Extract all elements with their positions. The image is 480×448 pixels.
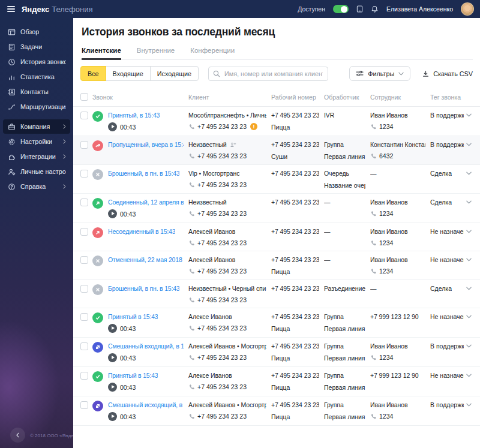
tag-value[interactable]: Сделка: [430, 285, 452, 292]
download-csv-button[interactable]: Скачать CSV: [422, 70, 473, 77]
chevron-down-icon[interactable]: [466, 230, 472, 233]
chevron-down-icon[interactable]: [466, 287, 472, 290]
chevron-down-icon[interactable]: [466, 172, 472, 175]
chevron-down-icon[interactable]: [466, 403, 472, 407]
availability-toggle[interactable]: [333, 5, 349, 13]
tag-value[interactable]: В поддержку: [430, 342, 464, 350]
sidebar-item-routing[interactable]: Маршрутизация: [3, 100, 70, 114]
segment-outgoing[interactable]: Исходящие: [150, 66, 199, 81]
sidebar-collapse-button[interactable]: [10, 428, 25, 443]
sidebar-item-call-history[interactable]: История звонков: [3, 55, 70, 69]
chevron-down-icon[interactable]: [466, 143, 472, 146]
segment-incoming[interactable]: Входящие: [106, 66, 151, 81]
tab-internal[interactable]: Внутренние: [137, 47, 175, 59]
tag-value[interactable]: Не назначен: [430, 372, 464, 379]
select-all-checkbox[interactable]: [80, 93, 88, 101]
warning-icon[interactable]: !: [250, 123, 257, 130]
call-title-link[interactable]: Пропущенный, вчера в 15:43: [108, 141, 184, 148]
table-row[interactable]: Принятый в 15:4300:43Алексе Иванов+7 495…: [73, 308, 480, 338]
row-checkbox[interactable]: [80, 228, 88, 236]
user-avatar[interactable]: [461, 2, 474, 16]
call-title-link[interactable]: Отмененный, 22 мая 2018 в 1…: [108, 256, 184, 263]
chevron-down-icon[interactable]: [466, 374, 472, 377]
tag-value[interactable]: В поддержку: [430, 141, 464, 148]
tab-client[interactable]: Клиентские: [82, 47, 121, 59]
chevron-down-icon[interactable]: [466, 315, 472, 318]
filters-button[interactable]: Фильтры: [349, 66, 410, 81]
row-checkbox[interactable]: [80, 313, 88, 321]
play-button[interactable]: [108, 122, 117, 131]
tag-dropdown[interactable]: Не назначен: [430, 313, 473, 320]
sidebar-item-statistics[interactable]: Статистика: [3, 70, 70, 84]
table-row[interactable]: Смешанный входящий, в 15:4300:43Алексей …: [73, 338, 480, 367]
play-button[interactable]: [108, 324, 117, 333]
tag-dropdown[interactable]: В поддержку: [430, 401, 473, 408]
call-title-link[interactable]: Брошенный, в пн. в 15:43: [108, 170, 179, 177]
tag-dropdown[interactable]: Не назначен: [430, 228, 473, 235]
chevron-down-icon[interactable]: [466, 344, 472, 348]
call-title-link[interactable]: Брошенный, в пн. в 15:43: [108, 285, 179, 292]
table-row[interactable]: Пропущенный, вчера в 15:43Неизвестный+7 …: [73, 136, 480, 165]
user-name[interactable]: Елизавета Алексеенко: [386, 5, 453, 13]
call-title-link[interactable]: Несоединенный в 15:43: [108, 228, 175, 235]
table-row[interactable]: Смешанный исходящий, в 15:4300:43Алексей…: [73, 396, 480, 426]
call-title-link[interactable]: Принятый, в 15:43: [108, 112, 160, 119]
tag-value[interactable]: В поддержку: [430, 401, 464, 408]
row-checkbox[interactable]: [80, 256, 88, 264]
call-title-link[interactable]: Соединенный, 12 апреля в 15…: [108, 199, 184, 206]
table-row[interactable]: Отмененный, 22 мая 2018 в 1…Алексей Иван…: [73, 251, 480, 280]
sidebar-item-company[interactable]: Компания: [3, 119, 70, 134]
tag-value[interactable]: В поддержку: [430, 112, 464, 119]
row-checkbox[interactable]: [80, 285, 88, 293]
play-button[interactable]: [108, 383, 117, 392]
tag-value[interactable]: Сделка: [430, 199, 452, 206]
chevron-down-icon[interactable]: [466, 258, 472, 261]
app-logo[interactable]: Яндекс Телефония: [22, 5, 92, 14]
search-input[interactable]: [208, 67, 328, 81]
row-checkbox[interactable]: [80, 170, 88, 178]
table-row[interactable]: Несоединенный в 15:43Алексей Иванов+7 49…: [73, 223, 480, 251]
tag-dropdown[interactable]: В поддержку: [430, 112, 473, 119]
sidebar-item-integrations[interactable]: Интеграции: [3, 149, 70, 164]
tag-dropdown[interactable]: Сделка: [430, 285, 473, 292]
play-button[interactable]: [108, 209, 117, 218]
chevron-down-icon[interactable]: [466, 200, 472, 204]
play-button[interactable]: [108, 353, 117, 362]
table-row[interactable]: Соединенный, 12 апреля в 15…00:43Неизвес…: [73, 194, 480, 223]
tag-dropdown[interactable]: В поддержку: [430, 342, 473, 350]
sidebar-item-overview[interactable]: Обзор: [3, 25, 70, 39]
row-checkbox[interactable]: [80, 199, 88, 206]
table-row[interactable]: Брошенный, в пн. в 15:43Неизвестный • Че…: [73, 280, 480, 308]
tag-value[interactable]: Не назначен: [430, 228, 464, 235]
tag-dropdown[interactable]: Не назначен: [430, 256, 473, 263]
tag-dropdown[interactable]: В поддержку: [430, 141, 473, 148]
tag-dropdown[interactable]: Не назначен: [430, 372, 473, 379]
row-checkbox[interactable]: [80, 342, 88, 350]
tag-value[interactable]: Сделка: [430, 170, 452, 177]
sidebar-item-help[interactable]: Справка: [3, 179, 70, 194]
table-row[interactable]: Брошенный, в пн. в 15:43Vip • Мосгортран…: [73, 165, 480, 194]
tag-value[interactable]: Не назначен: [430, 256, 464, 263]
sidebar-item-tasks[interactable]: Задачи: [3, 40, 70, 54]
call-title-link[interactable]: Принятый в 15:43: [108, 313, 158, 320]
tag-dropdown[interactable]: Сделка: [430, 199, 473, 206]
tag-value[interactable]: Не назначен: [430, 313, 464, 320]
tag-dropdown[interactable]: Сделка: [430, 170, 473, 177]
sidebar-item-personal-settings[interactable]: Личные настройки: [3, 164, 70, 179]
sidebar-item-contacts[interactable]: Контакты: [3, 85, 70, 99]
row-checkbox[interactable]: [80, 141, 88, 149]
chevron-down-icon[interactable]: [466, 113, 472, 117]
add-contact-icon[interactable]: [230, 142, 236, 148]
call-title-link[interactable]: Смешанный входящий, в 15:43: [108, 342, 184, 350]
table-row[interactable]: Принятый, в 15:4300:43Мособлтранснефть •…: [73, 107, 480, 136]
sidebar-item-settings[interactable]: Настройки: [3, 134, 70, 149]
segment-all[interactable]: Все: [80, 66, 106, 81]
table-row[interactable]: Принятый в 15:4300:43Алексе Иванов+7 495…: [73, 367, 480, 396]
row-checkbox[interactable]: [80, 112, 88, 119]
play-button[interactable]: [108, 412, 117, 421]
tab-conference[interactable]: Конференции: [190, 47, 235, 59]
row-checkbox[interactable]: [80, 401, 88, 409]
bell-icon[interactable]: [371, 5, 379, 13]
call-title-link[interactable]: Принятый в 15:43: [108, 372, 158, 379]
row-checkbox[interactable]: [80, 372, 88, 380]
